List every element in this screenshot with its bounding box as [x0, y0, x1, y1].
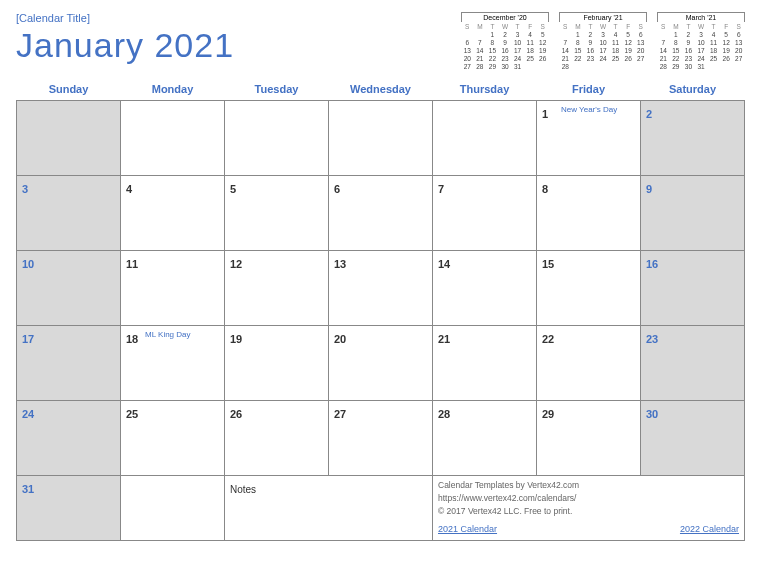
day-cell — [433, 101, 537, 176]
event-label: ML King Day — [145, 330, 191, 339]
event-label: New Year's Day — [561, 105, 617, 114]
dow-header: Friday — [537, 78, 641, 101]
day-number: 28 — [438, 408, 450, 420]
day-number: 13 — [334, 258, 346, 270]
day-number: 14 — [438, 258, 450, 270]
mini-calendar: February '21SMTWTFS123456789101112131415… — [559, 12, 647, 70]
day-cell: 3 — [17, 176, 121, 251]
day-cell: 28 — [433, 401, 537, 476]
day-cell — [17, 101, 121, 176]
day-number: 21 — [438, 333, 450, 345]
day-number: 6 — [334, 183, 340, 195]
day-number: 17 — [22, 333, 34, 345]
day-cell: 6 — [329, 176, 433, 251]
day-cell: 22 — [537, 326, 641, 401]
day-cell — [121, 101, 225, 176]
day-number: 2 — [646, 108, 652, 120]
dow-header: Saturday — [641, 78, 745, 101]
mini-calendar: March '21SMTWTFS123456789101112131415161… — [657, 12, 745, 70]
mini-calendar-title: March '21 — [657, 12, 745, 22]
day-number: 25 — [126, 408, 138, 420]
day-cell: 10 — [17, 251, 121, 326]
day-number: 23 — [646, 333, 658, 345]
day-number: 12 — [230, 258, 242, 270]
day-cell: 31 — [17, 476, 121, 541]
day-number: 4 — [126, 183, 132, 195]
notes-cell: Notes — [225, 476, 433, 541]
day-cell: 14 — [433, 251, 537, 326]
day-cell: 25 — [121, 401, 225, 476]
dow-header: Sunday — [17, 78, 121, 101]
day-cell: 1New Year's Day — [537, 101, 641, 176]
day-cell: 13 — [329, 251, 433, 326]
calendar-grid: SundayMondayTuesdayWednesdayThursdayFrid… — [16, 78, 745, 541]
day-cell: 26 — [225, 401, 329, 476]
day-number: 3 — [22, 183, 28, 195]
day-number: 19 — [230, 333, 242, 345]
day-cell — [225, 101, 329, 176]
day-cell: 29 — [537, 401, 641, 476]
day-number: 11 — [126, 258, 138, 270]
day-cell: 30 — [641, 401, 745, 476]
day-number: 29 — [542, 408, 554, 420]
day-number: 15 — [542, 258, 554, 270]
credits-cell: Calendar Templates by Vertex42.comhttps:… — [433, 476, 745, 541]
day-cell: 27 — [329, 401, 433, 476]
day-cell: 20 — [329, 326, 433, 401]
day-number: 9 — [646, 183, 652, 195]
day-cell: 4 — [121, 176, 225, 251]
mini-calendars: December '20SMTWTFS123456789101112131415… — [461, 12, 745, 70]
day-cell: 2 — [641, 101, 745, 176]
day-cell: 12 — [225, 251, 329, 326]
day-number: 8 — [542, 183, 548, 195]
day-cell: 8 — [537, 176, 641, 251]
day-cell: 7 — [433, 176, 537, 251]
mini-calendar-title: December '20 — [461, 12, 549, 22]
day-number: 18 — [126, 333, 138, 345]
day-cell: 15 — [537, 251, 641, 326]
dow-header: Wednesday — [329, 78, 433, 101]
notes-label: Notes — [230, 484, 256, 495]
day-cell — [329, 101, 433, 176]
day-cell: 24 — [17, 401, 121, 476]
credit-line: Calendar Templates by Vertex42.com — [438, 479, 739, 492]
day-number: 7 — [438, 183, 444, 195]
mini-calendar: December '20SMTWTFS123456789101112131415… — [461, 12, 549, 70]
day-number: 16 — [646, 258, 658, 270]
day-number: 31 — [22, 483, 34, 495]
day-number: 27 — [334, 408, 346, 420]
day-number: 20 — [334, 333, 346, 345]
mini-calendar-title: February '21 — [559, 12, 647, 22]
day-number: 10 — [22, 258, 34, 270]
credit-line: © 2017 Vertex42 LLC. Free to print. — [438, 505, 739, 518]
dow-header: Tuesday — [225, 78, 329, 101]
day-cell: 19 — [225, 326, 329, 401]
calendar-title-placeholder: [Calendar Title] — [16, 12, 461, 24]
day-number: 26 — [230, 408, 242, 420]
dow-header: Thursday — [433, 78, 537, 101]
day-number: 22 — [542, 333, 554, 345]
day-number: 5 — [230, 183, 236, 195]
day-cell: 5 — [225, 176, 329, 251]
day-cell: 9 — [641, 176, 745, 251]
calendar-link-2021[interactable]: 2021 Calendar — [438, 523, 497, 537]
day-number: 1 — [542, 108, 548, 120]
credit-line: https://www.vertex42.com/calendars/ — [438, 492, 739, 505]
day-number: 30 — [646, 408, 658, 420]
calendar-link-2022[interactable]: 2022 Calendar — [680, 523, 739, 537]
dow-header: Monday — [121, 78, 225, 101]
day-cell: 18ML King Day — [121, 326, 225, 401]
day-cell: 16 — [641, 251, 745, 326]
day-number: 24 — [22, 408, 34, 420]
day-cell: 11 — [121, 251, 225, 326]
day-cell: 17 — [17, 326, 121, 401]
day-cell: 21 — [433, 326, 537, 401]
day-cell: 23 — [641, 326, 745, 401]
month-year-title: January 2021 — [16, 26, 461, 65]
